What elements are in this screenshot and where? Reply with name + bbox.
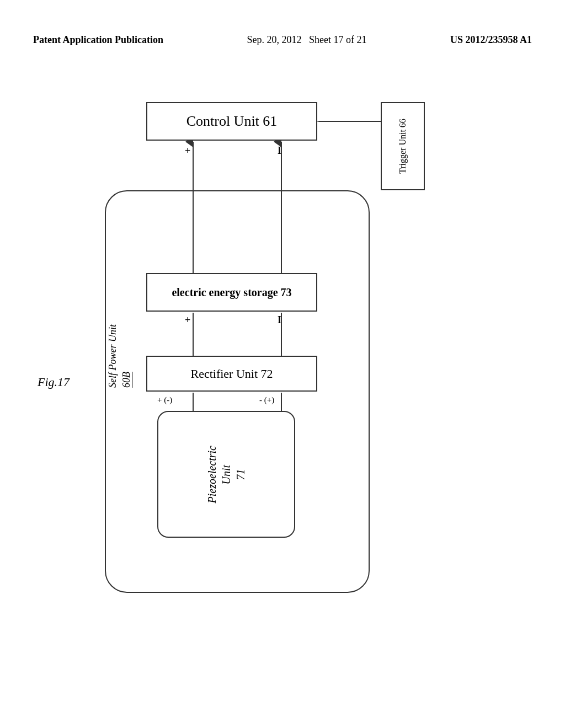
page-header: Patent Application Publication Sep. 20, …: [0, 33, 565, 47]
self-power-label: Self Power Unit 60B: [106, 273, 134, 438]
publication-date: Sep. 20, 2012: [247, 34, 302, 45]
publication-label: Patent Application Publication: [33, 33, 163, 47]
figure-label: Fig.17: [38, 375, 70, 389]
minus-sign-top-right: I: [278, 145, 281, 157]
piezo-unit-box: Piezoelectric Unit 71: [157, 411, 295, 538]
energy-storage-label: electric energy storage 73: [172, 286, 291, 299]
trigger-unit-box: Trigger Unit 66: [381, 102, 425, 190]
diagram-area: Self Power Unit 60B Control Unit 61 Trig…: [72, 85, 491, 681]
patent-number: US 2012/235958 A1: [450, 33, 532, 47]
sheet-number: Sheet 17 of 21: [309, 34, 366, 45]
plus-sign-top-left: +: [185, 145, 190, 157]
minus-sign-mid-right: I: [278, 314, 281, 326]
trigger-unit-label: Trigger Unit 66: [398, 119, 408, 174]
piezo-minus-label: - (+): [259, 395, 274, 405]
rectifier-unit-box: Rectifier Unit 72: [146, 356, 317, 392]
rectifier-unit-label: Rectifier Unit 72: [190, 367, 273, 381]
piezo-unit-label: Piezoelectric Unit 71: [205, 446, 248, 503]
control-unit-box: Control Unit 61: [146, 102, 317, 141]
control-unit-label: Control Unit 61: [186, 113, 278, 130]
piezo-plus-label: + (-): [157, 395, 172, 405]
energy-storage-box: electric energy storage 73: [146, 273, 317, 312]
date-sheet: Sep. 20, 2012 Sheet 17 of 21: [247, 33, 367, 47]
plus-sign-mid-left: +: [185, 314, 190, 326]
